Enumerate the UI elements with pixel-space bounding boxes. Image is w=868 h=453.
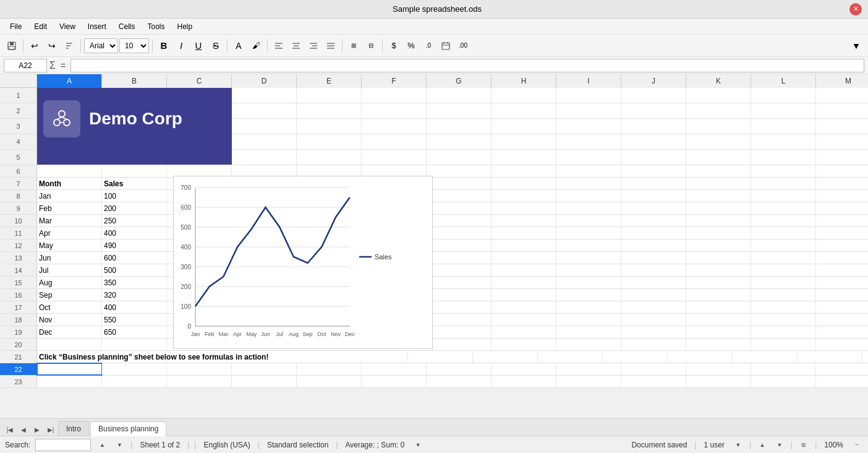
cell-e4[interactable]	[297, 134, 362, 149]
cell-j9[interactable]	[621, 202, 686, 214]
cell-l12[interactable]	[751, 239, 816, 251]
cell-g2[interactable]	[427, 103, 491, 118]
menu-help[interactable]: Help	[172, 21, 198, 32]
formula-input[interactable]	[70, 59, 864, 72]
cell-l2[interactable]	[751, 103, 816, 118]
cell-g6[interactable]	[427, 165, 491, 177]
date-button[interactable]	[438, 38, 454, 54]
cell-l13[interactable]	[751, 252, 816, 264]
cell-i2[interactable]	[556, 103, 621, 118]
cell-m9[interactable]	[816, 202, 868, 214]
cell-k12[interactable]	[686, 239, 751, 251]
cell-c5[interactable]	[167, 150, 232, 165]
currency-button[interactable]: $	[386, 38, 402, 54]
cell-j16[interactable]	[621, 289, 686, 301]
cell-k9[interactable]	[686, 202, 751, 214]
cell-f1[interactable]	[362, 88, 427, 103]
cell-l6[interactable]	[751, 165, 816, 177]
cell-m1[interactable]	[816, 88, 868, 103]
text-color-button[interactable]: A	[231, 38, 247, 54]
cell-h10[interactable]	[491, 215, 556, 226]
cell-j13[interactable]	[621, 252, 686, 264]
cell-b21[interactable]	[408, 351, 473, 363]
cell-g23[interactable]	[427, 376, 491, 387]
cell-i13[interactable]	[556, 252, 621, 264]
cell-h8[interactable]	[491, 190, 556, 202]
menu-edit[interactable]: Edit	[29, 21, 52, 32]
cell-l23[interactable]	[751, 376, 816, 387]
cell-m5[interactable]	[816, 150, 868, 165]
cell-d22[interactable]	[232, 363, 297, 375]
italic-button[interactable]: I	[173, 38, 189, 54]
cell-g18[interactable]	[427, 314, 491, 326]
cell-g12[interactable]	[427, 239, 491, 251]
cell-k22[interactable]	[686, 363, 751, 375]
cell-k1[interactable]	[686, 88, 751, 103]
cell-l19[interactable]	[751, 326, 816, 338]
cell-k11[interactable]	[686, 227, 751, 239]
col-header-h[interactable]: H	[491, 74, 556, 88]
cell-g9[interactable]	[427, 202, 491, 214]
cell-k14[interactable]	[686, 264, 751, 276]
cell-m23[interactable]	[816, 376, 868, 387]
cell-f21[interactable]	[668, 351, 733, 363]
cell-b19[interactable]: 650	[102, 326, 167, 338]
stats-expand[interactable]: ▼	[412, 439, 424, 451]
cell-d23[interactable]	[232, 376, 297, 387]
cell-j7[interactable]	[621, 178, 686, 189]
cell-i10[interactable]	[556, 215, 621, 226]
cell-j23[interactable]	[621, 376, 686, 387]
cell-i1[interactable]	[556, 88, 621, 103]
decimal-places-button[interactable]: .00	[455, 38, 471, 54]
zoom-out-button[interactable]: −	[851, 439, 863, 451]
cell-i22[interactable]	[556, 363, 621, 375]
cell-b20[interactable]	[102, 339, 167, 350]
align-left-button[interactable]	[271, 38, 287, 54]
cell-c21[interactable]	[473, 351, 538, 363]
tab-business-planning[interactable]: Business planning	[90, 421, 166, 436]
percent-button[interactable]: %	[403, 38, 419, 54]
cell-i3[interactable]	[556, 119, 621, 134]
cell-j8[interactable]	[621, 190, 686, 202]
col-header-f[interactable]: F	[362, 74, 427, 88]
cell-i6[interactable]	[556, 165, 621, 177]
cell-j14[interactable]	[621, 264, 686, 276]
cell-k7[interactable]	[686, 178, 751, 189]
col-header-c[interactable]: C	[167, 74, 232, 88]
users-expand[interactable]: ▼	[732, 439, 744, 451]
cell-l9[interactable]	[751, 202, 816, 214]
cell-a12[interactable]: May	[37, 239, 102, 251]
cell-m19[interactable]	[816, 326, 868, 338]
cell-g11[interactable]	[427, 227, 491, 239]
cell-h9[interactable]	[491, 202, 556, 214]
cell-j15[interactable]	[621, 277, 686, 288]
decimal-button[interactable]: .0	[420, 38, 436, 54]
cell-g4[interactable]	[427, 134, 491, 149]
cell-l8[interactable]	[751, 190, 816, 202]
cell-b5[interactable]	[102, 150, 167, 165]
bold-button[interactable]: B	[156, 38, 172, 54]
cell-h16[interactable]	[491, 289, 556, 301]
cell-a11[interactable]: Apr	[37, 227, 102, 239]
redo-button[interactable]: ↪	[44, 38, 60, 54]
cell-l17[interactable]	[751, 301, 816, 313]
cell-d3[interactable]	[232, 119, 297, 134]
search-next-button[interactable]: ▼	[113, 439, 126, 451]
cell-b11[interactable]: 400	[102, 227, 167, 239]
cell-l14[interactable]	[751, 264, 816, 276]
cell-d2[interactable]	[232, 103, 297, 118]
cell-l15[interactable]	[751, 277, 816, 288]
cell-h23[interactable]	[491, 376, 556, 387]
cell-reference-input[interactable]: A22	[4, 59, 47, 72]
cell-g13[interactable]	[427, 252, 491, 264]
cell-g20[interactable]	[427, 339, 491, 350]
cell-h4[interactable]	[491, 134, 556, 149]
cell-h22[interactable]	[491, 363, 556, 375]
cell-a6[interactable]	[37, 165, 102, 177]
cell-b6[interactable]	[102, 165, 167, 177]
menu-insert[interactable]: Insert	[83, 21, 111, 32]
fit-page-button[interactable]: ⊞	[798, 439, 810, 451]
cell-k5[interactable]	[686, 150, 751, 165]
cell-e21[interactable]	[603, 351, 668, 363]
cell-k13[interactable]	[686, 252, 751, 264]
